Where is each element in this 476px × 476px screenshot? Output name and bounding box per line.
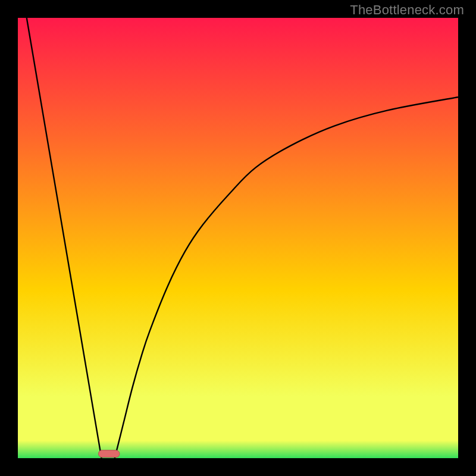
credit-label: TheBottleneck.com [350, 2, 464, 18]
plot-area [18, 18, 458, 458]
gradient-background [18, 18, 458, 458]
chart-svg [18, 18, 458, 458]
chart-container: TheBottleneck.com [0, 0, 476, 476]
optimal-marker [98, 450, 120, 458]
